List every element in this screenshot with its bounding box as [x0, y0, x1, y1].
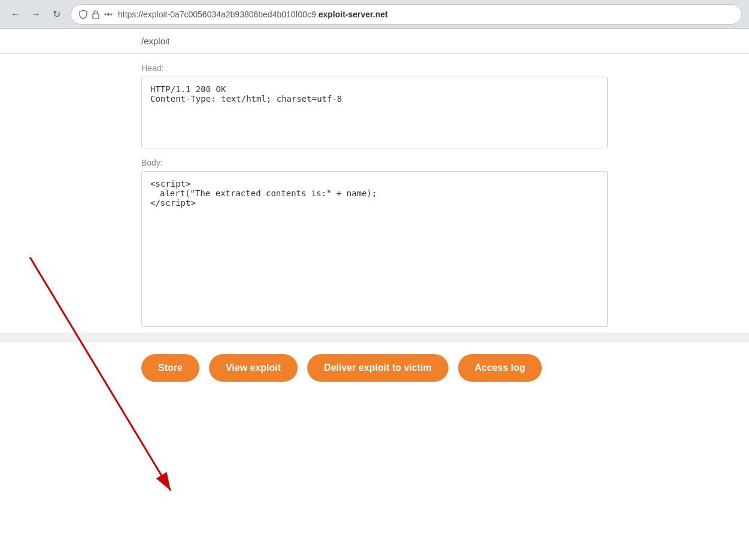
body-code-box[interactable]: <script> alert("The extracted contents i… [141, 171, 608, 327]
svg-point-1 [107, 13, 110, 16]
exploit-path: /exploit [0, 29, 749, 54]
forward-button[interactable]: → [28, 6, 44, 23]
settings-icon [104, 10, 113, 19]
access-log-button[interactable]: Access log [458, 354, 542, 382]
buttons-row: Store View exploit Deliver exploit to vi… [0, 342, 749, 394]
footer-bar [0, 333, 749, 342]
reload-button[interactable]: ↻ [48, 6, 65, 23]
back-button[interactable]: ← [7, 6, 24, 23]
head-code-box[interactable]: HTTP/1.1 200 OK Content-Type: text/html;… [141, 77, 608, 148]
page-content: /exploit Head: HTTP/1.1 200 OK Content-T… [0, 29, 749, 394]
view-exploit-button[interactable]: View exploit [209, 354, 298, 382]
nav-buttons: ← → ↻ [7, 6, 65, 23]
browser-chrome: ← → ↻ https://exploit-0a7c0056034a2b9380… [0, 0, 749, 29]
lock-icon [92, 10, 100, 19]
head-content-line1: HTTP/1.1 200 OK [150, 84, 599, 94]
security-icons [78, 10, 113, 19]
body-label: Body: [141, 158, 608, 168]
head-content-line2: Content-Type: text/html; charset=utf-8 [150, 94, 599, 104]
svg-point-2 [105, 13, 107, 15]
body-line3: </script> [150, 198, 599, 208]
store-button[interactable]: Store [141, 354, 199, 382]
url-bold: exploit-server.net [319, 10, 388, 19]
deliver-exploit-button[interactable]: Deliver exploit to victim [307, 354, 448, 382]
body-section: Body: <script> alert("The extracted cont… [0, 148, 749, 327]
address-bar[interactable]: https://exploit-0a7c0056034a2b93806bed4b… [71, 4, 742, 25]
body-line1: <script> [150, 179, 599, 188]
shield-icon [78, 10, 88, 19]
body-line2: alert("The extracted contents is:" + nam… [150, 188, 599, 198]
svg-rect-0 [93, 14, 99, 19]
head-label: Head: [141, 63, 608, 73]
head-section: Head: HTTP/1.1 200 OK Content-Type: text… [0, 54, 749, 148]
svg-point-3 [111, 13, 113, 15]
url-prefix: https://exploit-0a7c0056034a2b93806bed4b… [118, 10, 319, 19]
url-display: https://exploit-0a7c0056034a2b93806bed4b… [118, 10, 734, 19]
